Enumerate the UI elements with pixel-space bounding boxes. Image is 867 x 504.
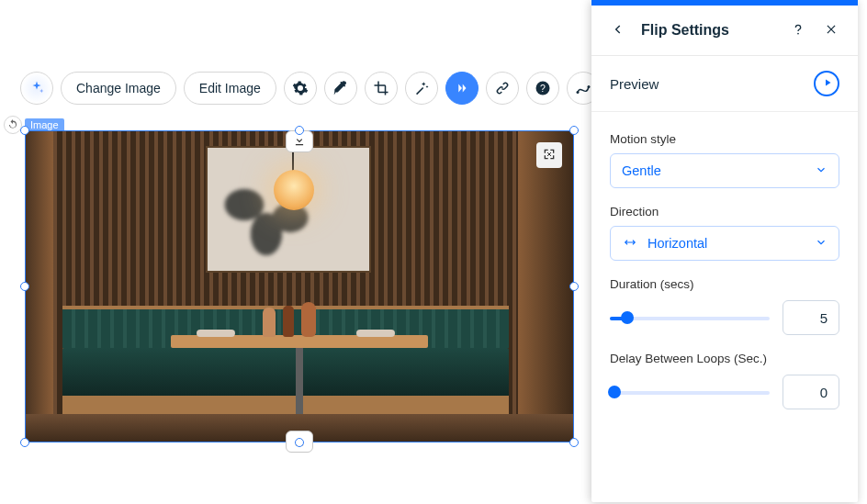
chevron-left-icon <box>612 23 625 39</box>
change-image-label: Change Image <box>76 81 161 95</box>
animation-button[interactable] <box>445 72 479 105</box>
duration-field: Duration (secs) 5 <box>610 277 839 335</box>
expand-image-button[interactable] <box>536 142 562 168</box>
selection-badge-text: Image <box>30 119 59 130</box>
image-selection[interactable] <box>25 130 574 442</box>
direction-label: Direction <box>610 205 839 218</box>
resize-handle-bm[interactable] <box>295 438 304 447</box>
link-button[interactable] <box>486 72 519 105</box>
undo-icon <box>7 118 18 132</box>
wand-icon <box>413 80 430 96</box>
ai-sparkle-button[interactable] <box>20 72 53 105</box>
delay-slider[interactable] <box>610 386 770 398</box>
magic-wand-button[interactable] <box>405 72 438 105</box>
flip-settings-panel: Flip Settings Preview Motion style Gentl… <box>591 0 858 502</box>
svg-text:?: ? <box>540 83 546 94</box>
motion-style-field: Motion style Gentle <box>610 132 839 188</box>
preview-play-button[interactable] <box>814 71 839 96</box>
image-toolbar: Change Image Edit Image ? <box>20 72 600 105</box>
download-icon <box>293 134 306 150</box>
dropper-icon <box>332 80 349 96</box>
duration-label: Duration (secs) <box>610 277 839 291</box>
preview-row: Preview <box>591 56 858 112</box>
edit-image-button[interactable]: Edit Image <box>184 72 276 105</box>
delay-field: Delay Between Loops (Sec.) 0 <box>610 352 839 409</box>
resize-handle-tr[interactable] <box>569 126 579 135</box>
sparkle-icon <box>28 80 45 96</box>
resize-handle-tl[interactable] <box>20 126 29 135</box>
resize-handle-tm[interactable] <box>295 126 304 135</box>
help-icon: ? <box>535 80 551 96</box>
motion-style-label: Motion style <box>610 132 839 146</box>
help-button[interactable]: ? <box>526 72 559 105</box>
crop-icon <box>373 80 389 96</box>
settings-button[interactable] <box>284 72 317 105</box>
image-content <box>26 131 573 442</box>
chevron-down-icon <box>815 163 828 179</box>
close-icon <box>825 23 838 39</box>
color-picker-button[interactable] <box>324 72 357 105</box>
svg-point-3 <box>587 85 590 88</box>
horizontal-arrows-icon <box>622 236 638 252</box>
resize-handle-br[interactable] <box>569 438 579 447</box>
panel-close-button[interactable] <box>821 20 841 40</box>
crop-button[interactable] <box>365 72 398 105</box>
delay-input[interactable]: 0 <box>783 375 839 409</box>
direction-value: Horizontal <box>647 236 805 251</box>
play-icon <box>820 76 833 91</box>
undo-button[interactable] <box>4 116 22 134</box>
link-icon <box>494 80 511 96</box>
panel-title: Flip Settings <box>641 22 775 39</box>
motion-style-value: Gentle <box>622 163 805 178</box>
chevron-down-icon <box>815 236 828 252</box>
animation-icon <box>454 80 470 96</box>
preview-label: Preview <box>610 76 659 92</box>
delay-label: Delay Between Loops (Sec.) <box>610 352 839 365</box>
delay-value: 0 <box>820 385 828 400</box>
direction-field: Direction Horizontal <box>610 205 839 261</box>
panel-back-button[interactable] <box>608 20 628 40</box>
svg-point-2 <box>576 91 579 94</box>
panel-header: Flip Settings <box>591 6 858 56</box>
duration-input[interactable]: 5 <box>783 300 839 335</box>
curve-icon <box>575 80 591 96</box>
resize-handle-bl[interactable] <box>20 438 29 447</box>
duration-slider[interactable] <box>610 311 770 324</box>
resize-handle-mr[interactable] <box>569 282 579 291</box>
expand-icon <box>542 147 557 164</box>
change-image-button[interactable]: Change Image <box>61 72 176 105</box>
direction-select[interactable]: Horizontal <box>610 226 839 261</box>
resize-handle-ml[interactable] <box>20 282 29 291</box>
edit-image-label: Edit Image <box>199 81 261 95</box>
panel-help-button[interactable] <box>788 20 808 40</box>
question-icon <box>791 22 805 39</box>
duration-value: 5 <box>820 310 828 326</box>
selection-badge: Image <box>25 118 64 131</box>
motion-style-select[interactable]: Gentle <box>610 153 839 188</box>
panel-body: Motion style Gentle Direction Horizontal <box>591 112 858 428</box>
gear-icon <box>292 80 309 96</box>
